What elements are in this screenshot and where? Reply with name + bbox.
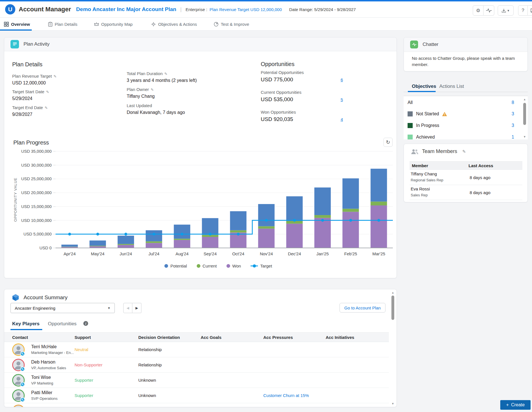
svg-text:Aug'24: Aug'24 [175,251,188,256]
edit-pencil-icon[interactable]: ✎ [164,72,168,76]
tab-objectives[interactable]: Objectives [412,84,436,89]
tab-objectives-actions[interactable]: Objectives & Actions [151,18,197,31]
team-member-row[interactable]: Eva Rossi Sales Rep [411,186,430,197]
field-label: Target Start Date [12,89,44,94]
member-name: Tiffany Chang [411,171,443,176]
page: U Account Manager Demo Ancaster Inc Majo… [0,0,532,412]
refresh-chart-button[interactable]: ↻ [383,138,393,147]
prev-account-button[interactable]: ◀ [123,303,132,313]
contact-name: Deb Harson [31,360,55,365]
status-count-link[interactable]: 3 [512,111,514,116]
edit-pencil-icon[interactable]: ✎ [151,88,154,92]
create-button[interactable]: + Create [500,400,531,410]
svg-text:Nov'24: Nov'24 [260,251,273,256]
member-role: Sales Rep [411,193,430,197]
tab-overview[interactable]: Overview [4,18,30,31]
team-members-card: Team Members ✎ Member Last Access Tiffan… [404,144,528,202]
clipboard-icon [48,22,52,27]
field-value: 5/29/2024 [12,96,49,101]
status-count-link[interactable]: 3 [512,123,514,128]
settings-button[interactable]: ⚙ [473,5,484,16]
member-name: Eva Rossi [411,186,430,191]
legend-target[interactable]: Target [251,264,272,268]
team-member-row[interactable]: Tiffany Chang Regional Sales Rep [411,171,443,182]
settings-button-group: ⚙ [473,5,494,16]
tab-test-improve[interactable]: Test & Improve [214,18,249,31]
activity-button[interactable] [484,5,494,16]
scrollbar-up-arrow[interactable]: ▲ [523,98,527,101]
plan-title-link[interactable]: Demo Ancaster Inc Major Account Plan [76,6,176,12]
gauge-icon [214,22,219,27]
objectives-row-all[interactable]: All 8 [408,98,514,107]
legend-potential[interactable]: Potential [164,264,187,268]
account-pager: ◀ ▶ [123,303,141,313]
svg-text:Dec'24: Dec'24 [288,251,301,256]
key-players-table-header: Contact Support Decision Orientation Acc… [4,332,389,342]
go-to-account-plan-button[interactable]: Go to Account Plan [340,303,385,313]
person-silhouette-icon [13,405,24,407]
help-button[interactable]: ? [518,5,528,16]
tab-plan-details[interactable]: Plan Details [48,18,77,31]
selected-account: Ancaster Engineering [15,306,55,311]
chatter-header: Chatter [404,37,527,52]
scrollbar-down-arrow[interactable]: ▼ [391,402,395,405]
status-label: Achieved [416,135,435,139]
key-player-badge-icon [20,351,25,356]
key-player-row[interactable]: Toni Wise VP Marketing Supporter Unknown [4,373,389,388]
status-count-link[interactable]: 8 [512,100,514,105]
account-selector-dropdown[interactable]: Ancaster Engineering ▼ [10,303,115,313]
plan-progress-title: Plan Progress [13,139,49,146]
objectives-row-in-progress[interactable]: In Progress 3 [408,121,514,130]
upland-logo: U [5,4,15,14]
scrollbar-down-arrow[interactable]: ▼ [523,135,527,138]
key-player-row[interactable]: Patti Miller SVP Operations Supporter Un… [4,388,389,403]
field-last-updated: Last Updated Donal Kavanagh, 7 days ago [127,103,185,115]
next-account-button[interactable]: ▶ [132,303,141,313]
member-last-access: 8 days ago [470,175,490,180]
scrollbar-thumb[interactable] [523,103,526,125]
chart-legend: Potential Current Won Target [50,264,387,268]
won-count-link[interactable]: 4 [341,117,343,122]
legend-current[interactable]: Current [197,264,217,268]
key-player-row[interactable]: Terri McHale Marketing Manager - En... N… [4,342,389,357]
objectives-row-achieved[interactable]: Achieved 1 [408,133,514,139]
field-value: 3 years and 4 months (2 years left) [127,78,197,83]
column-decision: Decision Orientation [138,335,180,340]
current-swatch [197,264,200,268]
edit-pencil-icon[interactable]: ✎ [44,106,48,110]
svg-text:USD 20,000,000: USD 20,000,000 [21,190,52,195]
last-access-column-header: Last Access [469,163,493,168]
tab-key-players[interactable]: Key Players [12,321,39,327]
app-title: Account Manager [19,6,71,13]
tab-overview-label: Overview [11,22,30,27]
info-icon[interactable]: i [83,321,88,326]
objectives-row-not-started[interactable]: Not Started 3 [408,110,514,118]
status-count-link[interactable]: 1 [512,135,514,139]
svg-text:OPPORTUNITY VALUE: OPPORTUNITY VALUE [13,178,18,222]
edit-pencil-icon[interactable]: ✎ [54,74,57,78]
contact-role: Marketing Manager - En... [31,351,74,355]
enterprise-revenue-target-link[interactable]: Plan Revenue Target USD 12,000,000 [209,7,282,12]
tab-actions-list[interactable]: Actions List [439,84,464,89]
edit-pencil-icon[interactable]: ✎ [462,149,466,154]
column-pressures: Acc Pressures [263,335,293,340]
key-player-row[interactable]: Deb Harson VP, Automotive Sales Non-Supp… [4,357,389,373]
contact-name: Toni Wise [31,375,51,380]
potential-count-link[interactable]: 6 [341,77,343,82]
member-last-access: 8 days ago [470,190,490,195]
tab-opportunity-map[interactable]: Opportunity Map [94,18,133,31]
acc-pressure-link[interactable]: Customer Churn at 15% [263,393,309,398]
legend-won[interactable]: Won [226,264,241,268]
legend-label: Potential [170,264,187,268]
edit-pencil-icon[interactable]: ✎ [46,90,49,94]
help-icon: ? [522,8,524,13]
current-count-link[interactable]: 5 [341,97,343,102]
svg-text:May'24: May'24 [91,251,105,256]
scrollbar-thumb[interactable] [391,296,394,320]
svg-text:USD 30,000,000: USD 30,000,000 [21,163,52,167]
download-button[interactable]: ▼ [498,5,514,16]
tab-opportunities[interactable]: Opportunities [48,321,77,327]
key-player-row-partial[interactable] [4,403,389,407]
scrollbar-up-arrow[interactable]: ▲ [391,291,395,294]
docs-button[interactable] [528,5,532,16]
